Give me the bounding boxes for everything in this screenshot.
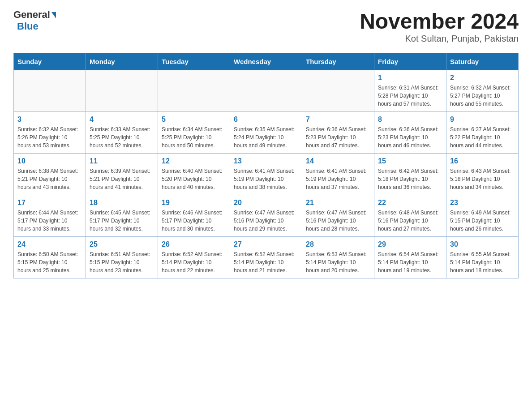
day-number: 7 [306,116,370,124]
day-info: Sunrise: 6:41 AM Sunset: 5:19 PM Dayligh… [306,167,370,191]
day-info: Sunrise: 6:55 AM Sunset: 5:14 PM Dayligh… [450,250,515,274]
day-number: 19 [162,199,226,207]
calendar-week-1: 3Sunrise: 6:32 AM Sunset: 5:26 PM Daylig… [14,112,519,154]
calendar-cell: 23Sunrise: 6:49 AM Sunset: 5:15 PM Dayli… [446,195,519,237]
day-info: Sunrise: 6:47 AM Sunset: 5:16 PM Dayligh… [306,209,370,233]
logo: General Blue [13,9,56,32]
day-info: Sunrise: 6:52 AM Sunset: 5:14 PM Dayligh… [162,250,226,274]
calendar-cell: 28Sunrise: 6:53 AM Sunset: 5:14 PM Dayli… [302,237,374,278]
logo-blue-text: Blue [17,21,39,32]
day-info: Sunrise: 6:45 AM Sunset: 5:17 PM Dayligh… [90,209,154,233]
day-number: 5 [162,116,226,124]
day-info: Sunrise: 6:53 AM Sunset: 5:14 PM Dayligh… [306,250,370,274]
day-number: 21 [306,199,370,207]
day-info: Sunrise: 6:36 AM Sunset: 5:23 PM Dayligh… [378,125,442,150]
calendar-body: 1Sunrise: 6:31 AM Sunset: 5:28 PM Daylig… [14,70,519,278]
day-info: Sunrise: 6:48 AM Sunset: 5:16 PM Dayligh… [378,209,442,233]
day-info: Sunrise: 6:46 AM Sunset: 5:17 PM Dayligh… [162,209,226,233]
calendar-cell [230,70,302,112]
calendar-week-4: 24Sunrise: 6:50 AM Sunset: 5:15 PM Dayli… [14,237,519,278]
day-number: 6 [234,116,298,124]
day-number: 16 [450,157,515,165]
calendar-cell: 5Sunrise: 6:34 AM Sunset: 5:25 PM Daylig… [158,112,230,154]
calendar-cell: 8Sunrise: 6:36 AM Sunset: 5:23 PM Daylig… [374,112,446,154]
day-info: Sunrise: 6:36 AM Sunset: 5:23 PM Dayligh… [306,125,370,150]
calendar-table: SundayMondayTuesdayWednesdayThursdayFrid… [13,53,519,278]
calendar-cell: 7Sunrise: 6:36 AM Sunset: 5:23 PM Daylig… [302,112,374,154]
weekday-header-monday: Monday [86,53,158,70]
logo-arrow-icon [51,12,56,18]
day-number: 30 [450,240,515,248]
calendar-cell [14,70,86,112]
day-info: Sunrise: 6:42 AM Sunset: 5:18 PM Dayligh… [378,167,442,191]
day-info: Sunrise: 6:39 AM Sunset: 5:21 PM Dayligh… [90,167,154,191]
calendar-cell: 2Sunrise: 6:32 AM Sunset: 5:27 PM Daylig… [446,70,519,112]
calendar-cell: 16Sunrise: 6:43 AM Sunset: 5:18 PM Dayli… [446,154,519,195]
calendar-cell: 24Sunrise: 6:50 AM Sunset: 5:15 PM Dayli… [14,237,86,278]
calendar-cell: 6Sunrise: 6:35 AM Sunset: 5:24 PM Daylig… [230,112,302,154]
calendar-week-3: 17Sunrise: 6:44 AM Sunset: 5:17 PM Dayli… [14,195,519,237]
day-info: Sunrise: 6:37 AM Sunset: 5:22 PM Dayligh… [450,125,515,150]
day-number: 25 [90,240,154,248]
logo-general-text: General [13,9,50,21]
calendar-header: SundayMondayTuesdayWednesdayThursdayFrid… [14,53,519,70]
calendar-cell [302,70,374,112]
day-number: 23 [450,199,515,207]
weekday-header-row: SundayMondayTuesdayWednesdayThursdayFrid… [14,53,519,70]
calendar-cell: 25Sunrise: 6:51 AM Sunset: 5:15 PM Dayli… [86,237,158,278]
day-number: 24 [17,240,82,248]
day-info: Sunrise: 6:32 AM Sunset: 5:26 PM Dayligh… [17,125,82,150]
day-number: 9 [450,116,515,124]
day-number: 27 [234,240,298,248]
day-number: 18 [90,199,154,207]
day-number: 15 [378,157,442,165]
calendar-cell: 1Sunrise: 6:31 AM Sunset: 5:28 PM Daylig… [374,70,446,112]
day-number: 17 [17,199,82,207]
weekday-header-friday: Friday [374,53,446,70]
month-title: November 2024 [360,9,519,34]
day-number: 3 [17,116,82,124]
day-info: Sunrise: 6:35 AM Sunset: 5:24 PM Dayligh… [234,125,298,150]
calendar-cell: 20Sunrise: 6:47 AM Sunset: 5:16 PM Dayli… [230,195,302,237]
calendar-cell: 15Sunrise: 6:42 AM Sunset: 5:18 PM Dayli… [374,154,446,195]
day-info: Sunrise: 6:31 AM Sunset: 5:28 PM Dayligh… [378,84,442,108]
day-number: 4 [90,116,154,124]
title-area: November 2024 Kot Sultan, Punjab, Pakist… [360,9,519,44]
day-info: Sunrise: 6:40 AM Sunset: 5:20 PM Dayligh… [162,167,226,191]
day-info: Sunrise: 6:38 AM Sunset: 5:21 PM Dayligh… [17,167,82,191]
calendar-week-2: 10Sunrise: 6:38 AM Sunset: 5:21 PM Dayli… [14,154,519,195]
day-info: Sunrise: 6:41 AM Sunset: 5:19 PM Dayligh… [234,167,298,191]
calendar-cell: 4Sunrise: 6:33 AM Sunset: 5:25 PM Daylig… [86,112,158,154]
day-info: Sunrise: 6:47 AM Sunset: 5:16 PM Dayligh… [234,209,298,233]
day-number: 26 [162,240,226,248]
day-number: 14 [306,157,370,165]
page-header: General Blue November 2024 Kot Sultan, P… [13,9,519,44]
calendar-cell: 11Sunrise: 6:39 AM Sunset: 5:21 PM Dayli… [86,154,158,195]
calendar-cell: 10Sunrise: 6:38 AM Sunset: 5:21 PM Dayli… [14,154,86,195]
weekday-header-saturday: Saturday [446,53,519,70]
day-number: 1 [378,74,442,82]
day-number: 2 [450,74,515,82]
day-info: Sunrise: 6:33 AM Sunset: 5:25 PM Dayligh… [90,125,154,150]
weekday-header-thursday: Thursday [302,53,374,70]
weekday-header-sunday: Sunday [14,53,86,70]
calendar-cell: 12Sunrise: 6:40 AM Sunset: 5:20 PM Dayli… [158,154,230,195]
day-info: Sunrise: 6:49 AM Sunset: 5:15 PM Dayligh… [450,209,515,233]
calendar-cell: 3Sunrise: 6:32 AM Sunset: 5:26 PM Daylig… [14,112,86,154]
calendar-cell: 21Sunrise: 6:47 AM Sunset: 5:16 PM Dayli… [302,195,374,237]
calendar-cell: 14Sunrise: 6:41 AM Sunset: 5:19 PM Dayli… [302,154,374,195]
calendar-cell: 22Sunrise: 6:48 AM Sunset: 5:16 PM Dayli… [374,195,446,237]
calendar-cell [86,70,158,112]
calendar-cell [158,70,230,112]
day-number: 13 [234,157,298,165]
day-number: 12 [162,157,226,165]
calendar-cell: 19Sunrise: 6:46 AM Sunset: 5:17 PM Dayli… [158,195,230,237]
calendar-cell: 13Sunrise: 6:41 AM Sunset: 5:19 PM Dayli… [230,154,302,195]
weekday-header-tuesday: Tuesday [158,53,230,70]
calendar-week-0: 1Sunrise: 6:31 AM Sunset: 5:28 PM Daylig… [14,70,519,112]
day-number: 8 [378,116,442,124]
logo-text: General [13,9,56,21]
calendar-cell: 26Sunrise: 6:52 AM Sunset: 5:14 PM Dayli… [158,237,230,278]
calendar-cell: 9Sunrise: 6:37 AM Sunset: 5:22 PM Daylig… [446,112,519,154]
day-info: Sunrise: 6:32 AM Sunset: 5:27 PM Dayligh… [450,84,515,108]
